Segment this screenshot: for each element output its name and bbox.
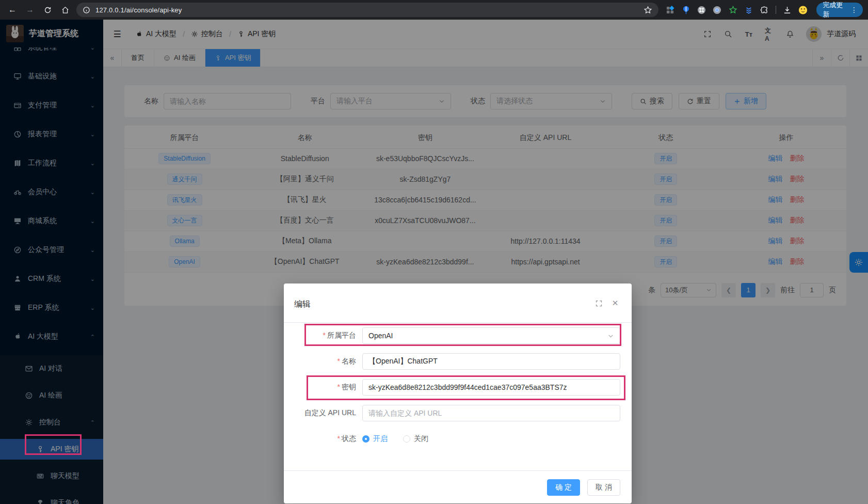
extension-blocks-icon[interactable]: [666, 5, 674, 14]
name-label: 名称: [342, 357, 356, 365]
form-row-status: *状态 开启 关闭: [284, 431, 632, 447]
browser-bar: ← → 127.0.0.1/ai/console/api-key: [0, 0, 868, 20]
app-window: 芋道管理系统 系统管理⌄ 基础设施⌄ 支付管理⌄ 报表管理⌄ 工作流程⌄: [0, 20, 868, 504]
dialog-header: 编辑 ✕: [284, 284, 632, 323]
radio-status-on[interactable]: 开启: [362, 434, 388, 444]
address-bar[interactable]: 127.0.0.1/ai/console/api-key: [76, 3, 658, 17]
name-input[interactable]: [362, 353, 620, 370]
bookmark-star-icon[interactable]: [644, 6, 652, 14]
platform-label: 所属平台: [327, 331, 356, 339]
extension-balloon-icon[interactable]: [681, 5, 690, 14]
extensions-puzzle-icon[interactable]: [760, 5, 769, 14]
radio-status-off[interactable]: 关闭: [403, 434, 428, 444]
dialog-title: 编辑: [294, 299, 311, 310]
form-row-url: 自定义 API URL: [284, 405, 632, 421]
toolbar-divider: [776, 6, 776, 14]
cancel-button[interactable]: 取 消: [587, 479, 620, 496]
url-input[interactable]: [362, 405, 620, 421]
browser-menu-icon[interactable]: ⋮: [848, 6, 860, 14]
dialog-close-icon[interactable]: ✕: [611, 299, 619, 307]
key-input[interactable]: [362, 379, 620, 396]
form-row-key: *密钥: [284, 379, 632, 396]
form-row-name: *名称: [284, 353, 632, 370]
extension-camera-icon[interactable]: [713, 5, 721, 14]
extension-star-icon[interactable]: [729, 5, 737, 14]
url-label: 自定义 API URL: [304, 408, 356, 417]
extension-command-icon[interactable]: [697, 5, 706, 14]
browser-update-button[interactable]: 完成更新 ⋮: [816, 3, 863, 17]
dialog-footer: 确 定 取 消: [284, 470, 632, 503]
platform-select[interactable]: OpenAI: [362, 327, 620, 344]
downloads-icon[interactable]: [783, 5, 792, 14]
dialog-body: *所属平台 OpenAI *名称 *密钥: [284, 323, 632, 447]
site-info-icon[interactable]: [83, 6, 90, 14]
browser-home-icon[interactable]: [58, 3, 72, 17]
radio-dot-icon: [362, 435, 369, 443]
required-asterisk: *: [337, 357, 340, 365]
dialog-fullscreen-icon[interactable]: [594, 299, 603, 307]
browser-back-icon[interactable]: ←: [5, 3, 20, 17]
extension-chevrons-icon[interactable]: [744, 5, 753, 14]
required-asterisk: *: [323, 331, 326, 339]
radio-dot-icon: [403, 435, 410, 443]
form-row-platform: *所属平台 OpenAI: [284, 327, 632, 344]
required-asterisk: *: [337, 383, 340, 391]
browser-forward-icon[interactable]: →: [23, 3, 37, 17]
chevron-down-icon: [607, 333, 614, 339]
url-text[interactable]: 127.0.0.1/ai/console/api-key: [95, 6, 644, 14]
status-label: 状态: [342, 434, 356, 443]
profile-emoji-icon[interactable]: [798, 5, 808, 14]
required-asterisk: *: [337, 434, 340, 443]
key-label: 密钥: [342, 383, 356, 391]
browser-refresh-icon[interactable]: [40, 3, 55, 17]
confirm-button[interactable]: 确 定: [547, 479, 580, 496]
edit-dialog: 编辑 ✕ *所属平台 OpenAI *名称: [284, 284, 632, 503]
